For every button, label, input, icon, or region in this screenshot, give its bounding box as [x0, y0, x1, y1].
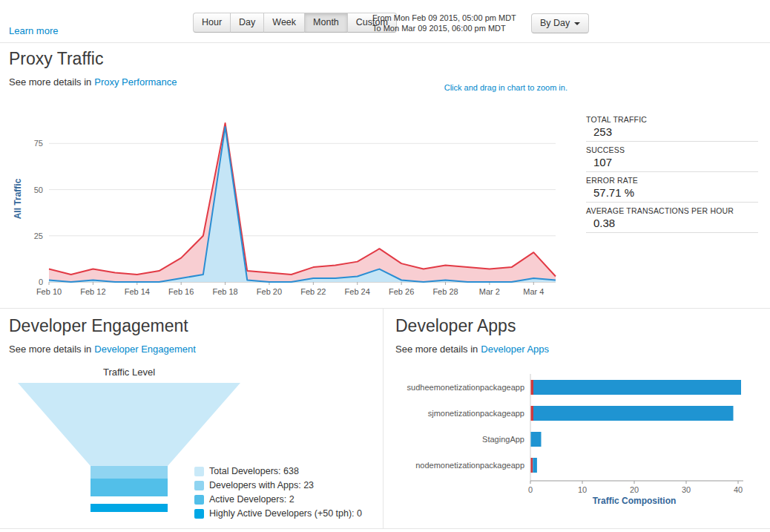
legend-swatch: [194, 495, 204, 505]
group-by-label: By Day: [540, 18, 570, 29]
bottom-row: Developer Engagement See more details in…: [0, 309, 770, 529]
stat-value: 0.38: [593, 217, 758, 229]
date-range-from: From Mon Feb 09 2015, 05:00 pm MDT: [372, 13, 516, 23]
developer-engagement-link[interactable]: Developer Engagement: [94, 344, 196, 355]
stat-value: 107: [593, 156, 758, 168]
stat-value: 57.71 %: [593, 186, 758, 199]
funnel-legend: Total Developers: 638Developers with App…: [194, 464, 362, 521]
area-all-traffic: [49, 123, 556, 282]
date-range-to: To Mon Mar 09 2015, 06:00 pm MDT: [372, 23, 516, 33]
see-more-text: See more details in: [9, 76, 91, 88]
range-button-week[interactable]: Week: [263, 13, 305, 33]
x-tick-label: Feb 24: [345, 287, 370, 296]
bar-segment-success: [533, 406, 734, 421]
analytics-dashboard: Learn more HourDayWeekMonthCustom From M…: [0, 0, 770, 529]
legend-item-total-developers: Total Developers: 638: [194, 464, 362, 479]
bar-category-label: sudheemonetizationpackageapp: [407, 383, 524, 392]
engagement-see-more-line: See more details inDeveloper Engagement: [9, 344, 383, 355]
legend-item-highly-active-developers: Highly Active Developers (+50 tph): 0: [194, 507, 362, 521]
stat-label: ERROR RATE: [586, 176, 758, 185]
y-tick-label: 0: [39, 278, 43, 286]
x-tick-label: 0: [528, 485, 533, 494]
see-more-text: See more details in: [395, 344, 478, 355]
funnel-segment-total-developers: [18, 383, 240, 466]
range-button-hour[interactable]: Hour: [193, 13, 231, 33]
developer-apps-link[interactable]: Developer Apps: [481, 344, 549, 355]
legend-label: Total Developers: 638: [209, 464, 299, 479]
line-success: [49, 127, 556, 282]
stat-error-rate: ERROR RATE57.71 %: [586, 176, 758, 203]
x-tick-label: Feb 12: [80, 287, 105, 296]
bar-category-label: nodemonetizationpackageapp: [415, 461, 524, 470]
proxy-see-more-line: See more details inProxy Performance: [9, 76, 770, 88]
legend-swatch: [194, 509, 204, 519]
stat-average-transactions-per-hour: AVERAGE TRANSACTIONS PER HOUR0.38: [586, 206, 758, 233]
bar-segment-error: [531, 406, 534, 421]
legend-label: Active Developers: 2: [209, 493, 294, 507]
developer-apps-chart: sudheemonetizationpackageappsjmonetizati…: [397, 374, 760, 509]
legend-item-active-developers: Active Developers: 2: [194, 493, 362, 507]
x-tick-label: Feb 16: [168, 287, 194, 296]
x-axis-label: Traffic Composition: [593, 496, 677, 506]
x-tick-label: Feb 10: [36, 287, 62, 296]
funnel-chart-title: Traffic Level: [18, 367, 240, 378]
stat-label: SUCCESS: [586, 145, 758, 154]
stat-label: TOTAL TRAFFIC: [586, 115, 758, 124]
group-by-dropdown[interactable]: By Day: [531, 13, 589, 33]
x-tick-label: 30: [682, 485, 691, 494]
stat-label: AVERAGE TRANSACTIONS PER HOUR: [586, 206, 758, 215]
funnel-segment-developers-with-apps: [91, 466, 168, 479]
learn-more-link[interactable]: Learn more: [9, 25, 58, 36]
range-button-day[interactable]: Day: [230, 13, 264, 33]
zoom-hint: Click and drag in chart to zoom in.: [444, 83, 567, 92]
x-tick-label: Feb 14: [125, 287, 150, 296]
y-axis-label: All Traffic: [13, 178, 23, 219]
stat-success: SUCCESS107: [586, 145, 758, 172]
bar-segment-error: [531, 380, 534, 395]
x-tick-label: Feb 22: [300, 287, 326, 296]
developer-engagement-section: Developer Engagement See more details in…: [0, 309, 384, 528]
y-tick-label: 50: [34, 185, 43, 194]
bar-segment-error: [531, 458, 533, 473]
proxy-traffic-chart[interactable]: 0255075Feb 10Feb 12Feb 14Feb 16Feb 18Feb…: [10, 105, 563, 304]
developer-apps-title: Developer Apps: [395, 316, 770, 336]
legend-swatch: [194, 481, 204, 490]
x-tick-label: 40: [734, 485, 743, 494]
traffic-stats-panel: TOTAL TRAFFIC253SUCCESS107ERROR RATE57.7…: [586, 115, 758, 237]
y-tick-label: 25: [34, 231, 43, 240]
x-tick-label: Feb 18: [212, 287, 237, 296]
proxy-traffic-section: Proxy Traffic See more details inProxy P…: [0, 43, 770, 309]
funnel-segment-active-developers: [91, 479, 168, 496]
x-tick-label: Feb 28: [432, 287, 458, 296]
bar-category-label: StagingApp: [482, 435, 524, 444]
proxy-performance-link[interactable]: Proxy Performance: [94, 76, 177, 88]
legend-item-developers-with-apps: Developers with Apps: 23: [194, 479, 362, 493]
x-tick-label: 20: [630, 485, 639, 494]
topbar: Learn more HourDayWeekMonthCustom From M…: [0, 0, 770, 43]
see-more-text: See more details in: [9, 344, 91, 355]
time-range-button-group: HourDayWeekMonthCustom: [193, 13, 397, 33]
y-tick-label: 75: [34, 139, 43, 148]
funnel-segment-highly-active-developers: [91, 504, 168, 512]
area-success: [49, 127, 556, 282]
date-range: From Mon Feb 09 2015, 05:00 pm MDT To Mo…: [372, 13, 516, 33]
apps-see-more-line: See more details inDeveloper Apps: [395, 344, 770, 355]
x-tick-label: Feb 26: [389, 287, 414, 296]
developer-apps-section: Developer Apps See more details inDevelo…: [384, 309, 770, 528]
legend-swatch: [194, 467, 204, 476]
legend-label: Developers with Apps: 23: [209, 479, 314, 493]
bar-segment-success: [533, 458, 537, 473]
proxy-traffic-title: Proxy Traffic: [9, 49, 770, 69]
x-tick-label: Mar 2: [479, 287, 500, 296]
legend-label: Highly Active Developers (+50 tph): 0: [209, 507, 362, 521]
developer-engagement-title: Developer Engagement: [9, 316, 383, 336]
stat-value: 253: [593, 125, 758, 138]
x-tick-label: Mar 4: [523, 287, 544, 296]
stat-total-traffic: TOTAL TRAFFIC253: [586, 115, 758, 142]
bar-segment-success: [531, 432, 542, 447]
bar-segment-success: [533, 380, 741, 395]
range-button-month[interactable]: Month: [304, 13, 348, 33]
x-tick-label: 10: [578, 485, 587, 494]
line-all-traffic: [49, 123, 556, 277]
caret-down-icon: [574, 22, 580, 25]
